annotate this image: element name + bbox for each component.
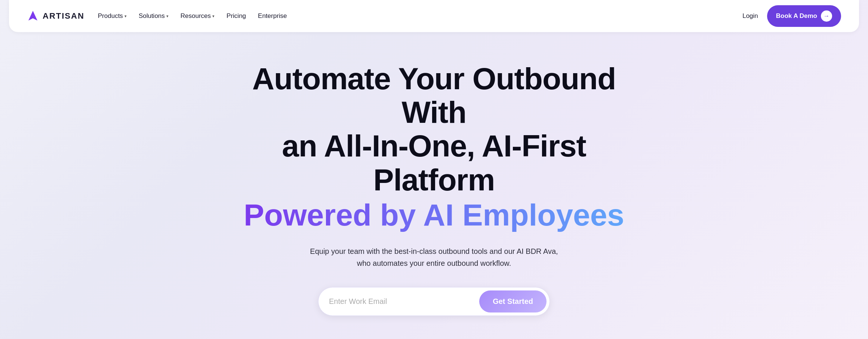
nav-pricing[interactable]: Pricing <box>227 12 246 20</box>
email-input[interactable] <box>329 297 479 306</box>
chevron-down-icon: ▾ <box>124 14 127 19</box>
nav-right: Login Book A Demo → <box>742 5 841 27</box>
login-button[interactable]: Login <box>742 12 758 20</box>
nav-solutions[interactable]: Solutions ▾ <box>139 12 169 20</box>
hero-title: Automate Your Outbound With an All-In-On… <box>228 62 640 197</box>
chevron-down-icon: ▾ <box>212 14 215 19</box>
arrow-right-icon: → <box>821 10 832 22</box>
logo-text: ARTISAN <box>43 11 84 21</box>
nav-left: ARTISAN Products ▾ Solutions ▾ Resources… <box>27 10 287 22</box>
nav-products[interactable]: Products ▾ <box>98 12 127 20</box>
nav-enterprise[interactable]: Enterprise <box>258 12 287 20</box>
hero-section: Automate Your Outbound With an All-In-On… <box>0 32 868 338</box>
chevron-down-icon: ▾ <box>166 14 169 19</box>
svg-marker-0 <box>28 11 37 21</box>
get-started-button[interactable]: Get Started <box>479 290 547 312</box>
hero-description: Equip your team with the best-in-class o… <box>307 245 561 269</box>
email-form: Get Started <box>318 287 550 316</box>
nav-resources[interactable]: Resources ▾ <box>181 12 215 20</box>
logo[interactable]: ARTISAN <box>27 10 84 22</box>
navbar: ARTISAN Products ▾ Solutions ▾ Resources… <box>9 0 859 32</box>
nav-links: Products ▾ Solutions ▾ Resources ▾ Prici… <box>98 12 287 20</box>
artisan-logo-icon <box>27 10 39 22</box>
hero-gradient-title: Powered by AI Employees <box>244 197 624 233</box>
book-demo-button[interactable]: Book A Demo → <box>767 5 841 27</box>
